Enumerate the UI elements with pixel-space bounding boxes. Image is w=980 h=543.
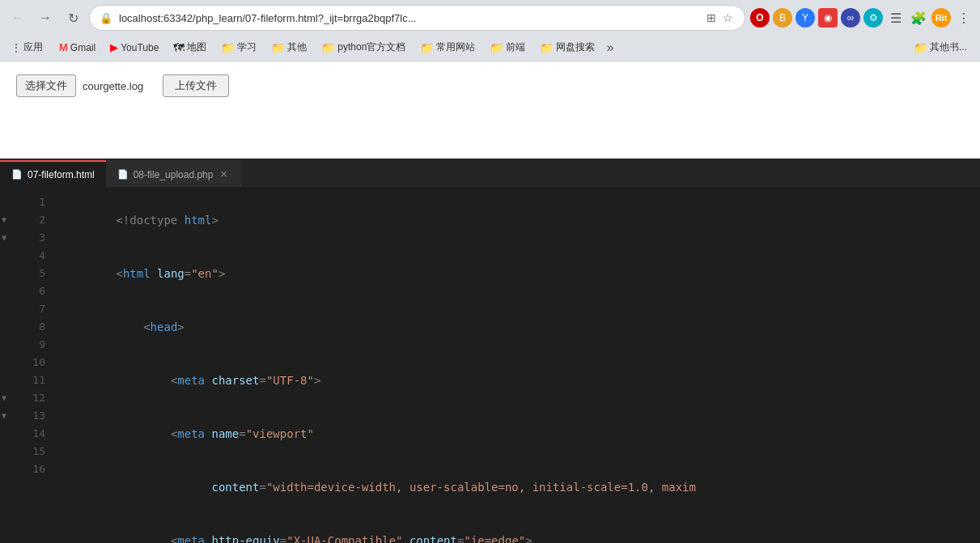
clouddisk-label: 网盘搜索 [556,40,595,54]
extension-icon-5[interactable]: ∞ [841,8,860,28]
span-7-5: = [280,534,286,543]
other-label: 其他 [287,40,307,54]
fold-line-13[interactable]: ▼ [2,407,13,425]
fold-line-16 [2,460,13,478]
line-num-3: 3 [21,229,45,247]
tab-label-1: 07-fileform.html [28,169,95,180]
bookmark-common[interactable]: 📁 常用网站 [414,38,482,57]
span-3-1: < [143,320,150,333]
code-line-1[interactable]: <!doctype html> [62,193,974,247]
fold-line-7 [2,300,13,318]
code-line-5[interactable]: <meta name="viewport" [62,407,974,460]
lock-icon: 🔒 [100,12,112,24]
span-7-10: "ie=edge" [464,534,525,543]
fold-line-10 [2,354,13,371]
extension-icon-4[interactable]: ◉ [818,8,838,28]
code-line-6[interactable]: content="width=device-width, user-scalab… [62,460,974,514]
span-4-4: charset [211,374,259,387]
browser-menu-icon[interactable]: ☰ [886,8,906,28]
more-icon[interactable]: ⋮ [954,8,974,28]
url-input[interactable] [119,12,698,24]
extension-icon-1[interactable]: O [750,8,770,28]
fold-line-1[interactable] [2,193,13,211]
gmail-label: Gmail [70,42,95,53]
bookmark-python[interactable]: 📁 python官方文档 [315,38,412,57]
fold-line-4 [2,247,13,265]
line-num-15: 15 [21,443,45,460]
line-num-2: 2 [21,211,45,229]
span-7-8: content [409,534,457,543]
code-lines: <!doctype html> <html lang="en"> <head> … [55,193,980,543]
extension-icon-3[interactable]: Y [795,8,815,28]
bookmark-other-books[interactable]: 📁 其他书... [907,38,974,57]
bookmark-learn[interactable]: 📁 学习 [214,38,263,57]
youtube-label: YouTube [121,42,159,53]
fold-line-14 [2,425,13,443]
profile-icon[interactable]: Rit [931,8,951,28]
bookmarks-apps: ⋮ 应用 [6,38,48,57]
python-label: python官方文档 [337,40,405,54]
indent-4 [116,374,170,387]
line-num-11: 11 [21,371,45,389]
file-upload-form: 选择文件 courgette.log 上传文件 [16,74,964,97]
html-file-icon: 📄 [11,169,23,180]
line-num-7: 7 [21,300,45,318]
span-2-6: "en" [191,267,218,280]
bookmark-clouddisk[interactable]: 📁 网盘搜索 [533,38,601,57]
tab-file-upload-php[interactable]: 📄 08-file_upload.php ✕ [106,160,242,187]
bookmark-youtube[interactable]: ▶ YouTube [104,39,165,56]
upload-submit-button[interactable]: 上传文件 [163,74,229,97]
address-bar: 🔒 ⊞ ☆ [89,5,745,31]
apps-button[interactable]: ⋮ 应用 [6,38,48,57]
python-icon: 📁 [321,41,335,54]
frontend-label: 前端 [506,40,525,54]
indent-6 [116,481,211,494]
span-7-2: meta [177,534,205,543]
other-books-icon: 📁 [914,41,927,54]
tab-close-button[interactable]: ✕ [218,168,230,180]
code-line-7[interactable]: <meta http-equiv="X-UA-Compatible" conte… [62,514,974,543]
fold-column: ▼ ▼ ▼ ▼ [0,193,15,543]
fold-line-2[interactable]: ▼ [2,211,13,229]
code-line-4[interactable]: <meta charset="UTF-8"> [62,354,974,407]
span-4-7: > [314,374,320,387]
browser-chrome: ← → ↻ 🔒 ⊞ ☆ O B Y ◉ ∞ ⚙ ☰ 🧩 Rit ⋮ [0,0,980,62]
span-1-1: <!doctype [116,214,184,227]
bookmark-frontend[interactable]: 📁 前端 [483,38,532,57]
learn-icon: 📁 [221,41,235,54]
star-icon[interactable]: ☆ [721,10,735,26]
bookmark-gmail[interactable]: M Gmail [53,39,102,56]
page-content: 选择文件 courgette.log 上传文件 [0,62,980,159]
extension-icon-6[interactable]: ⚙ [863,8,883,28]
line-num-14: 14 [21,425,45,443]
translate-icon[interactable]: ⊞ [705,10,718,26]
code-line-2[interactable]: <html lang="en"> [62,247,974,300]
tab-fileform-html[interactable]: 📄 07-fileform.html [0,160,106,187]
fold-line-12[interactable]: ▼ [2,389,13,407]
back-button[interactable]: ← [6,6,29,29]
extensions-icon[interactable]: 🧩 [909,8,928,28]
fold-line-9 [2,336,13,354]
reload-button[interactable]: ↻ [62,6,84,29]
apps-label: 应用 [23,40,43,54]
line-num-5: 5 [21,265,45,282]
span-2-3 [151,267,157,280]
line-num-12: 12 [21,389,45,407]
clouddisk-icon: 📁 [540,41,554,54]
bookmark-other[interactable]: 📁 其他 [265,38,313,57]
fold-line-6 [2,282,13,300]
maps-label: 地图 [187,40,206,54]
span-2-7: > [218,267,225,280]
forward-button[interactable]: → [34,6,57,29]
span-4-6: "UTF-8" [266,374,314,387]
fold-line-3[interactable]: ▼ [2,229,13,247]
extension-icon-2[interactable]: B [773,8,792,28]
code-line-3[interactable]: <head> [62,300,974,354]
fold-line-11 [2,371,13,389]
bookmarks-more-button[interactable]: » [606,40,613,55]
indent-7 [116,534,170,543]
span-6-1: content [211,481,259,494]
common-icon: 📁 [420,41,434,54]
bookmark-maps[interactable]: 🗺 地图 [167,38,213,57]
choose-file-button[interactable]: 选择文件 [16,74,76,97]
